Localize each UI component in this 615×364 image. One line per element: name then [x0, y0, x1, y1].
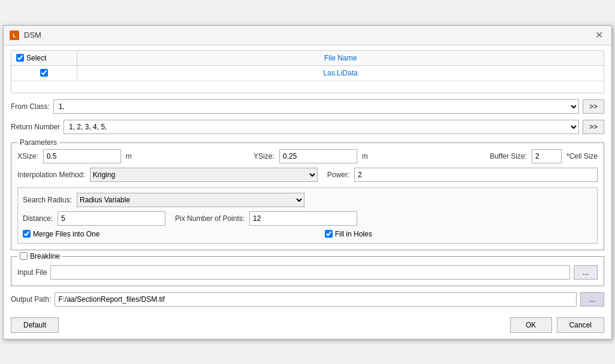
- pix-number-input[interactable]: [249, 211, 357, 226]
- xsize-input[interactable]: [43, 149, 121, 163]
- buffer-size-input[interactable]: [532, 149, 562, 163]
- parameters-group: Parameters XSize: m YSize: m Buffer Size…: [11, 142, 604, 250]
- ysize-unit: m: [362, 152, 368, 160]
- col-select-header: Select: [11, 51, 77, 65]
- return-number-label: Return Number: [11, 123, 60, 131]
- xsize-unit: m: [126, 152, 132, 160]
- breakline-group-label: Breakline: [17, 252, 62, 260]
- content-area: Select File Name Las.LiData From Class: …: [4, 46, 611, 314]
- xsize-label: XSize:: [17, 152, 38, 160]
- breakline-checkbox[interactable]: [20, 252, 28, 260]
- from-class-arrow-button[interactable]: >>: [583, 99, 604, 114]
- input-file-row: Input File ...: [17, 265, 598, 280]
- interp-row: Interpolation Method: Kriging Power:: [17, 168, 598, 182]
- search-group: Search Radius: Radius Variable Distance:…: [17, 187, 598, 244]
- ysize-label: YSize:: [254, 152, 275, 160]
- search-radius-label: Search Radius:: [23, 196, 72, 204]
- cancel-button[interactable]: Cancel: [557, 317, 604, 333]
- output-path-row: Output Path: ...: [11, 292, 604, 307]
- interp-label: Interpolation Method:: [17, 171, 85, 179]
- parameters-group-label: Parameters: [17, 138, 59, 147]
- pix-number-label: Pix Number of Points:: [175, 214, 245, 223]
- power-label: Power:: [327, 171, 349, 179]
- buffer-size-label: Buffer Size:: [490, 152, 527, 160]
- from-class-select[interactable]: 1,: [53, 99, 579, 114]
- distance-label: Distance:: [23, 214, 53, 223]
- merge-files-label[interactable]: Merge Files into One: [23, 230, 100, 238]
- window-title: DSM: [24, 31, 41, 40]
- ok-button[interactable]: OK: [510, 317, 552, 333]
- breakline-group: Breakline Input File ...: [11, 256, 604, 286]
- col-select-label: Select: [26, 54, 46, 62]
- row-filename-cell: Las.LiData: [77, 66, 604, 80]
- parameters-grid: XSize: m YSize: m Buffer Size: *Cell Siz…: [17, 149, 598, 244]
- fill-holes-checkbox[interactable]: [325, 230, 333, 238]
- size-row: XSize: m YSize: m Buffer Size: *Cell Siz…: [17, 149, 598, 163]
- from-class-label: From Class:: [11, 102, 50, 111]
- close-button[interactable]: ✕: [593, 29, 605, 41]
- input-file-browse-button[interactable]: ...: [574, 265, 598, 280]
- distance-input[interactable]: [58, 211, 165, 226]
- file-table-empty-row: [11, 81, 604, 93]
- from-class-row: From Class: 1, >>: [11, 99, 604, 114]
- output-path-input[interactable]: [55, 292, 577, 307]
- file-table: Select File Name Las.LiData: [11, 50, 604, 93]
- input-file-input[interactable]: [50, 265, 570, 280]
- interp-select[interactable]: Kriging: [90, 168, 318, 182]
- checkboxes-row: Merge Files into One Fill in Holes: [23, 230, 592, 238]
- row-select-cell: [11, 66, 77, 80]
- distance-row: Distance: Pix Number of Points:: [23, 211, 592, 226]
- select-all-checkbox[interactable]: [16, 54, 24, 62]
- app-icon: L: [10, 31, 19, 40]
- row-checkbox[interactable]: [40, 69, 48, 77]
- output-path-label: Output Path:: [11, 295, 51, 304]
- return-number-row: Return Number 1, 2, 3, 4, 5, >>: [11, 120, 604, 134]
- return-number-select[interactable]: 1, 2, 3, 4, 5,: [64, 120, 579, 134]
- title-bar: L DSM ✕: [4, 26, 611, 46]
- search-radius-select[interactable]: Radius Variable: [77, 193, 305, 207]
- output-path-browse-button[interactable]: ...: [580, 292, 604, 307]
- bottom-right-buttons: OK Cancel: [510, 317, 604, 333]
- title-bar-left: L DSM: [10, 31, 41, 40]
- return-number-arrow-button[interactable]: >>: [583, 120, 604, 134]
- col-filename-header: File Name: [77, 51, 604, 65]
- buffer-size-suffix: *Cell Size: [566, 152, 598, 160]
- default-button[interactable]: Default: [11, 317, 59, 333]
- file-table-header: Select File Name: [11, 51, 604, 66]
- main-window: L DSM ✕ Select File Name Las.LiData: [3, 25, 612, 339]
- fill-holes-label[interactable]: Fill in Holes: [325, 230, 372, 238]
- search-radius-row: Search Radius: Radius Variable: [23, 193, 592, 207]
- ysize-input[interactable]: [279, 149, 357, 163]
- power-input[interactable]: [354, 168, 598, 182]
- merge-files-checkbox[interactable]: [23, 230, 31, 238]
- input-file-label: Input File: [17, 268, 47, 277]
- table-row: Las.LiData: [11, 66, 604, 81]
- bottom-bar: Default OK Cancel: [4, 314, 611, 339]
